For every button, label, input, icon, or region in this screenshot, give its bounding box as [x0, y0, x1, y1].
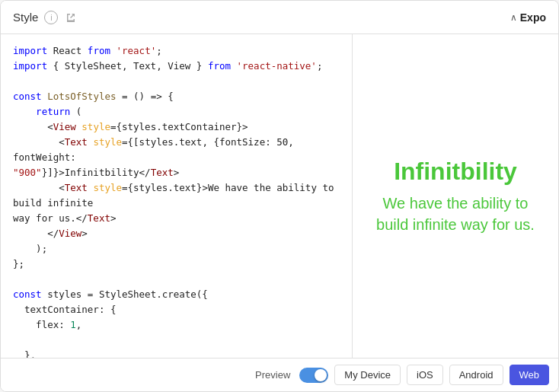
- expo-caret-icon: ∧: [510, 12, 517, 23]
- footer: Preview My Device iOS Android Web: [1, 358, 558, 391]
- header: Style i ∧ Expo: [1, 1, 558, 34]
- preview-label: Preview: [255, 369, 290, 381]
- web-button[interactable]: Web: [509, 365, 550, 385]
- page-title: Style: [13, 11, 38, 24]
- code-content: import React from 'react'; import { Styl…: [13, 43, 340, 358]
- info-icon[interactable]: i: [44, 11, 58, 24]
- android-button[interactable]: Android: [449, 365, 503, 385]
- preview-content: Infinitbility We have the ability to bui…: [368, 157, 543, 234]
- preview-panel: Infinitbility We have the ability to bui…: [353, 34, 558, 358]
- expo-branding: ∧ Expo: [510, 11, 546, 24]
- external-link-icon[interactable]: [64, 11, 78, 24]
- preview-toggle[interactable]: [299, 368, 328, 383]
- preview-title: Infinitbility: [368, 157, 543, 186]
- toggle-knob: [315, 369, 327, 381]
- preview-body: We have the ability to build infinite wa…: [368, 193, 543, 235]
- expo-logo: Expo: [520, 11, 546, 24]
- my-device-button[interactable]: My Device: [334, 365, 401, 385]
- main-content: import React from 'react'; import { Styl…: [1, 34, 558, 358]
- app-container: Style i ∧ Expo import React from 'react'…: [0, 0, 559, 392]
- header-left: Style i: [13, 11, 78, 24]
- code-panel[interactable]: import React from 'react'; import { Styl…: [1, 34, 353, 358]
- ios-button[interactable]: iOS: [407, 365, 443, 385]
